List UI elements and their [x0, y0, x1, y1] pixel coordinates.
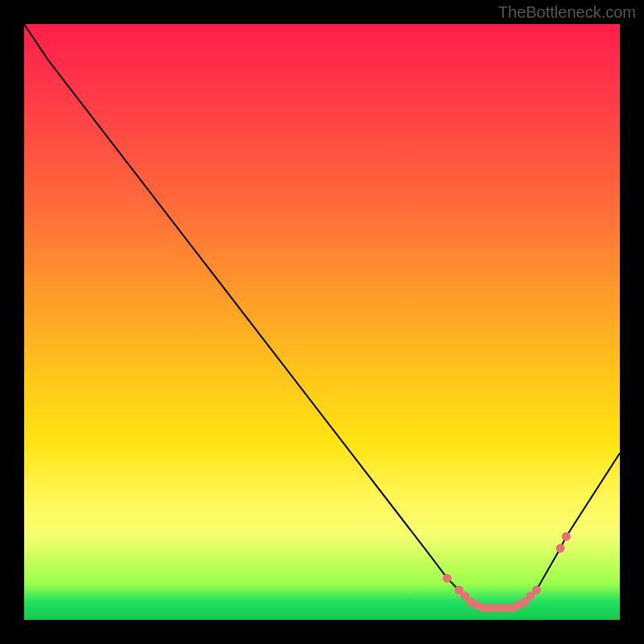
bottleneck-curve-line — [24, 24, 620, 608]
highlight-marker — [556, 544, 565, 553]
highlight-markers-group — [443, 532, 571, 613]
attribution-label: TheBottleneck.com — [498, 3, 636, 22]
highlight-marker — [443, 574, 452, 583]
chart-svg — [24, 24, 620, 620]
highlight-marker — [562, 532, 571, 541]
chart-container: TheBottleneck.com — [0, 0, 644, 644]
highlight-marker — [532, 586, 541, 595]
